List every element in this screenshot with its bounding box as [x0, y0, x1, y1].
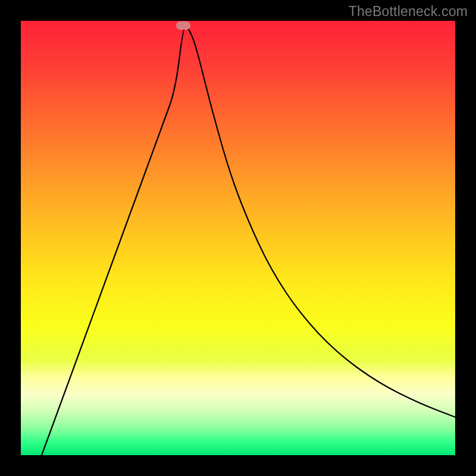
bottleneck-curve	[21, 21, 455, 455]
watermark-text: TheBottleneck.com	[349, 4, 468, 20]
plot-area	[21, 21, 455, 455]
optimum-marker	[176, 21, 190, 30]
